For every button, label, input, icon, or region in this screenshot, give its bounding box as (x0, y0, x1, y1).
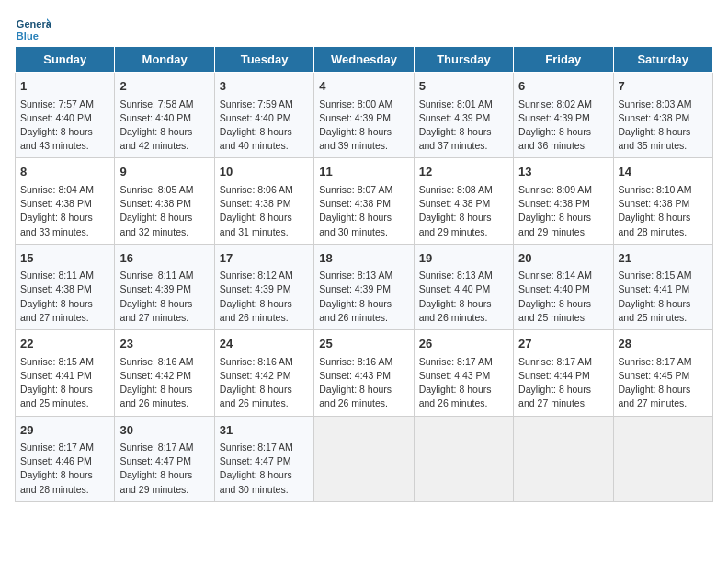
page-header: General Blue (15, 15, 713, 42)
day-info: Sunrise: 8:17 AM Sunset: 4:43 PM Dayligh… (419, 355, 508, 411)
calendar-cell: 31Sunrise: 8:17 AM Sunset: 4:47 PM Dayli… (214, 416, 313, 501)
calendar-cell: 1Sunrise: 7:57 AM Sunset: 4:40 PM Daylig… (16, 73, 115, 158)
calendar-cell: 14Sunrise: 8:10 AM Sunset: 4:38 PM Dayli… (613, 158, 712, 244)
day-number: 8 (20, 163, 109, 181)
day-info: Sunrise: 8:03 AM Sunset: 4:38 PM Dayligh… (619, 98, 708, 154)
day-info: Sunrise: 8:00 AM Sunset: 4:39 PM Dayligh… (319, 98, 408, 154)
calendar-cell: 25Sunrise: 8:16 AM Sunset: 4:43 PM Dayli… (314, 330, 414, 416)
day-number: 15 (20, 249, 109, 268)
calendar-cell: 21Sunrise: 8:15 AM Sunset: 4:41 PM Dayli… (613, 244, 712, 329)
calendar-cell: 5Sunrise: 8:01 AM Sunset: 4:39 PM Daylig… (414, 73, 513, 158)
day-number: 28 (619, 335, 708, 353)
day-info: Sunrise: 8:15 AM Sunset: 4:41 PM Dayligh… (20, 355, 109, 411)
day-number: 9 (119, 163, 209, 181)
calendar-cell: 19Sunrise: 8:13 AM Sunset: 4:40 PM Dayli… (414, 244, 513, 329)
calendar-cell: 15Sunrise: 8:11 AM Sunset: 4:38 PM Dayli… (16, 244, 115, 329)
calendar-cell: 6Sunrise: 8:02 AM Sunset: 4:39 PM Daylig… (514, 73, 613, 158)
calendar-cell: 28Sunrise: 8:17 AM Sunset: 4:45 PM Dayli… (613, 330, 712, 416)
day-info: Sunrise: 8:08 AM Sunset: 4:38 PM Dayligh… (419, 183, 508, 239)
calendar-cell: 29Sunrise: 8:17 AM Sunset: 4:46 PM Dayli… (16, 416, 115, 501)
day-info: Sunrise: 8:17 AM Sunset: 4:45 PM Dayligh… (619, 355, 708, 411)
day-info: Sunrise: 8:17 AM Sunset: 4:44 PM Dayligh… (518, 355, 608, 411)
day-info: Sunrise: 8:14 AM Sunset: 4:40 PM Dayligh… (518, 269, 608, 325)
day-number: 21 (619, 249, 708, 268)
calendar-cell: 12Sunrise: 8:08 AM Sunset: 4:38 PM Dayli… (414, 158, 513, 244)
day-number: 6 (518, 77, 608, 96)
calendar-cell: 27Sunrise: 8:17 AM Sunset: 4:44 PM Dayli… (514, 330, 613, 416)
day-info: Sunrise: 8:09 AM Sunset: 4:38 PM Dayligh… (518, 183, 608, 239)
day-info: Sunrise: 8:13 AM Sunset: 4:40 PM Dayligh… (419, 269, 508, 325)
day-number: 29 (20, 421, 109, 440)
day-info: Sunrise: 8:15 AM Sunset: 4:41 PM Dayligh… (619, 269, 708, 325)
calendar-cell: 9Sunrise: 8:05 AM Sunset: 4:38 PM Daylig… (115, 158, 214, 244)
day-info: Sunrise: 8:04 AM Sunset: 4:38 PM Dayligh… (20, 183, 109, 239)
calendar-cell: 4Sunrise: 8:00 AM Sunset: 4:39 PM Daylig… (314, 73, 414, 158)
calendar-cell: 18Sunrise: 8:13 AM Sunset: 4:39 PM Dayli… (314, 244, 414, 329)
day-info: Sunrise: 8:16 AM Sunset: 4:43 PM Dayligh… (319, 355, 408, 411)
calendar-cell: 24Sunrise: 8:16 AM Sunset: 4:42 PM Dayli… (214, 330, 313, 416)
day-number: 23 (119, 335, 209, 353)
calendar-cell: 13Sunrise: 8:09 AM Sunset: 4:38 PM Dayli… (514, 158, 613, 244)
calendar-cell: 22Sunrise: 8:15 AM Sunset: 4:41 PM Dayli… (16, 330, 115, 416)
day-number: 14 (619, 163, 708, 181)
calendar-cell: 23Sunrise: 8:16 AM Sunset: 4:42 PM Dayli… (115, 330, 214, 416)
calendar-cell (613, 416, 712, 501)
calendar-cell: 2Sunrise: 7:58 AM Sunset: 4:40 PM Daylig… (115, 73, 214, 158)
day-info: Sunrise: 8:16 AM Sunset: 4:42 PM Dayligh… (220, 355, 309, 411)
day-info: Sunrise: 7:57 AM Sunset: 4:40 PM Dayligh… (20, 98, 109, 154)
day-number: 22 (20, 335, 109, 353)
weekday-header-friday: Friday (514, 47, 613, 73)
day-number: 30 (119, 421, 209, 440)
calendar-cell: 8Sunrise: 8:04 AM Sunset: 4:38 PM Daylig… (16, 158, 115, 244)
day-number: 2 (119, 77, 209, 96)
day-info: Sunrise: 8:12 AM Sunset: 4:39 PM Dayligh… (220, 269, 309, 325)
weekday-header-saturday: Saturday (613, 47, 712, 73)
day-number: 19 (419, 249, 508, 268)
day-number: 11 (319, 163, 408, 181)
svg-text:Blue: Blue (17, 30, 39, 41)
day-number: 7 (619, 77, 708, 96)
day-info: Sunrise: 8:07 AM Sunset: 4:38 PM Dayligh… (319, 183, 408, 239)
day-info: Sunrise: 8:02 AM Sunset: 4:39 PM Dayligh… (518, 98, 608, 154)
weekday-header-tuesday: Tuesday (214, 47, 313, 73)
day-info: Sunrise: 8:11 AM Sunset: 4:39 PM Dayligh… (119, 269, 209, 325)
weekday-header-monday: Monday (115, 47, 214, 73)
day-number: 13 (518, 163, 608, 181)
calendar-cell (514, 416, 613, 501)
weekday-header-wednesday: Wednesday (314, 47, 414, 73)
day-info: Sunrise: 8:10 AM Sunset: 4:38 PM Dayligh… (619, 183, 708, 239)
day-info: Sunrise: 7:58 AM Sunset: 4:40 PM Dayligh… (119, 98, 209, 154)
calendar-cell: 16Sunrise: 8:11 AM Sunset: 4:39 PM Dayli… (115, 244, 214, 329)
day-number: 10 (220, 163, 309, 181)
calendar-cell: 30Sunrise: 8:17 AM Sunset: 4:47 PM Dayli… (115, 416, 214, 501)
day-number: 1 (20, 77, 109, 96)
svg-text:General: General (17, 18, 51, 29)
calendar-cell (314, 416, 414, 501)
day-number: 27 (518, 335, 608, 353)
calendar-cell: 20Sunrise: 8:14 AM Sunset: 4:40 PM Dayli… (514, 244, 613, 329)
calendar-cell: 11Sunrise: 8:07 AM Sunset: 4:38 PM Dayli… (314, 158, 414, 244)
calendar-table: SundayMondayTuesdayWednesdayThursdayFrid… (15, 46, 713, 502)
day-info: Sunrise: 8:05 AM Sunset: 4:38 PM Dayligh… (119, 183, 209, 239)
day-number: 17 (220, 249, 309, 268)
day-info: Sunrise: 8:17 AM Sunset: 4:47 PM Dayligh… (220, 441, 309, 497)
day-info: Sunrise: 8:11 AM Sunset: 4:38 PM Dayligh… (20, 269, 109, 325)
weekday-header-thursday: Thursday (414, 47, 513, 73)
weekday-header-sunday: Sunday (16, 47, 115, 73)
calendar-cell: 17Sunrise: 8:12 AM Sunset: 4:39 PM Dayli… (214, 244, 313, 329)
day-info: Sunrise: 7:59 AM Sunset: 4:40 PM Dayligh… (220, 98, 309, 154)
day-info: Sunrise: 8:17 AM Sunset: 4:47 PM Dayligh… (119, 441, 209, 497)
day-number: 25 (319, 335, 408, 353)
day-number: 31 (220, 421, 309, 440)
day-number: 4 (319, 77, 408, 96)
day-number: 3 (220, 77, 309, 96)
day-number: 5 (419, 77, 508, 96)
logo: General Blue (15, 15, 55, 42)
day-number: 12 (419, 163, 508, 181)
calendar-cell: 3Sunrise: 7:59 AM Sunset: 4:40 PM Daylig… (214, 73, 313, 158)
day-info: Sunrise: 8:13 AM Sunset: 4:39 PM Dayligh… (319, 269, 408, 325)
day-info: Sunrise: 8:01 AM Sunset: 4:39 PM Dayligh… (419, 98, 508, 154)
day-number: 18 (319, 249, 408, 268)
day-info: Sunrise: 8:17 AM Sunset: 4:46 PM Dayligh… (20, 441, 109, 497)
calendar-cell: 7Sunrise: 8:03 AM Sunset: 4:38 PM Daylig… (613, 73, 712, 158)
